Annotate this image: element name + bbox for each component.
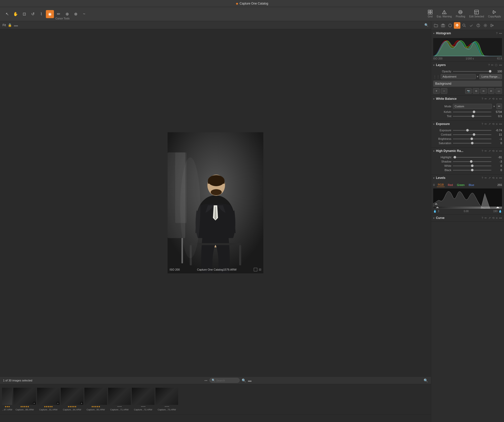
histogram-help-icon[interactable]: ? xyxy=(496,32,497,35)
hdr-edit-icon[interactable]: ✏ xyxy=(485,149,487,153)
histogram-header[interactable]: ▾ Histogram ? ••• xyxy=(431,30,504,37)
list-item[interactable]: ⚙ ★★★★★ Capture...94.ARW xyxy=(61,388,83,411)
wb-share-icon[interactable]: ↗ xyxy=(488,97,491,101)
layers-share-icon[interactable]: ⬡ xyxy=(495,63,497,67)
opacity-slider[interactable] xyxy=(453,71,491,72)
circle-tool-btn[interactable]: ◉ xyxy=(46,10,54,18)
adjustment-select[interactable]: Adjustment xyxy=(441,74,476,79)
exposure-header[interactable]: ▾ Exposure ? ✏ ↗ ⟲ ≡ ••• xyxy=(431,121,504,127)
wb-help-icon[interactable]: ? xyxy=(482,97,483,100)
curve-edit-icon[interactable]: ✏ xyxy=(485,216,487,220)
layers-more-icon[interactable]: ••• xyxy=(499,63,502,67)
levels-list-icon[interactable]: ≡ xyxy=(496,176,497,179)
brightness-slider[interactable] xyxy=(453,139,491,139)
contrast-thumb[interactable] xyxy=(473,133,475,136)
add-layer-btn[interactable]: + xyxy=(433,88,440,94)
zoom-bar[interactable]: ▬ xyxy=(14,23,18,27)
hdr-list-icon[interactable]: ≡ xyxy=(496,149,497,152)
tab-camera[interactable] xyxy=(440,22,446,29)
black-slider[interactable] xyxy=(453,170,491,171)
exposure-cycle-icon[interactable]: ⟲ xyxy=(492,122,494,126)
filmstrip-right-icon[interactable]: 🔍 xyxy=(424,378,428,382)
exposure-share-icon[interactable]: ↗ xyxy=(488,122,491,126)
levels-eyedropper-left-icon[interactable]: 💧 xyxy=(433,210,437,213)
hdr-share-icon[interactable]: ↗ xyxy=(488,149,491,153)
exposure-slider[interactable] xyxy=(453,130,491,131)
brightness-thumb[interactable] xyxy=(470,138,473,140)
clone-tool-btn[interactable]: ⊗ xyxy=(72,10,80,18)
hdr-cycle-icon[interactable]: ⟲ xyxy=(492,149,494,153)
white-thumb[interactable] xyxy=(471,165,474,167)
exposure-edit-icon[interactable]: ✏ xyxy=(485,122,487,126)
list-item[interactable]: ⚙ ★★★★★ Capture...88.ARW xyxy=(13,388,36,411)
pen-layer-btn[interactable]: ✏ xyxy=(480,88,487,94)
cursor-tool-btn[interactable]: ↖ xyxy=(3,10,11,18)
filmstrip-options-icon[interactable]: ••• xyxy=(204,379,207,382)
layers-edit-icon[interactable]: ✏ xyxy=(491,63,493,67)
white-slider[interactable] xyxy=(453,166,491,166)
photo-checkbox[interactable] xyxy=(254,268,257,271)
background-layer[interactable]: Background xyxy=(433,81,502,87)
tab-check[interactable] xyxy=(468,22,475,29)
hdr-help-icon[interactable]: ? xyxy=(482,149,483,152)
levels-tab-green[interactable]: Green xyxy=(456,183,466,187)
tab-circle[interactable] xyxy=(447,22,453,29)
wb-header[interactable]: ▾ White Balance ? ✏ ↗ ⟲ ≡ ••• xyxy=(431,95,504,102)
exposure-help-icon[interactable]: ? xyxy=(482,122,483,125)
rect-layer-btn[interactable]: ▭ xyxy=(495,88,502,94)
adjustment-drag-icon[interactable]: ⋮⋮ xyxy=(433,75,440,79)
exposure-thumb[interactable] xyxy=(466,129,469,132)
edit-selected-btn[interactable]: Edit Selected xyxy=(469,10,484,18)
levels-tab-blue[interactable]: Blue xyxy=(468,183,475,187)
shadow-thumb[interactable] xyxy=(470,160,472,163)
list-item[interactable]: ⚙ ★★★★★ Capture...91.ARW xyxy=(37,388,60,411)
tab-folder[interactable] xyxy=(433,22,439,29)
contrast-slider[interactable] xyxy=(453,134,491,135)
search-box[interactable]: 🔍 Search xyxy=(209,378,240,383)
curve-header[interactable]: ▾ Curve ? ✏ ↗ ⟲ ≡ ••• xyxy=(431,215,504,221)
levels-help-icon[interactable]: ? xyxy=(482,176,483,179)
filmstrip-sort-icon[interactable]: ▬ xyxy=(248,378,251,382)
tab-info[interactable] xyxy=(475,22,482,29)
hdr-more-icon[interactable]: ••• xyxy=(499,149,502,152)
list-item[interactable]: • • • • • Capture...72.ARW xyxy=(132,388,154,411)
curve-share-icon[interactable]: ↗ xyxy=(488,216,491,220)
photo-grid-icon[interactable]: ⊟ xyxy=(259,268,261,271)
levels-edit-icon[interactable]: ✏ xyxy=(485,176,487,180)
luma-range-btn[interactable]: Luma Range... xyxy=(479,74,502,79)
hand-tool-btn[interactable]: ✋ xyxy=(12,10,20,18)
cycle-layer-btn[interactable]: ⟲ xyxy=(473,88,479,94)
exposure-list-icon[interactable]: ≡ xyxy=(496,122,497,125)
wb-edit-icon[interactable]: ✏ xyxy=(485,97,487,101)
layers-header[interactable]: ▾ Layers ? ✏ ⬡ ••• xyxy=(431,62,504,68)
layers-help-icon[interactable]: ? xyxy=(488,63,490,67)
curve-more-icon[interactable]: ••• xyxy=(499,216,502,219)
heal-tool-btn[interactable]: ~ xyxy=(80,10,88,18)
pen2-layer-btn[interactable]: ✏ xyxy=(488,88,494,94)
exp-warning-btn[interactable]: Exp. Warning xyxy=(437,10,452,18)
curve-cycle-icon[interactable]: ⟲ xyxy=(492,216,494,220)
levels-cycle-icon[interactable]: ⟲ xyxy=(492,176,494,180)
highlight-slider[interactable] xyxy=(453,157,491,158)
histogram-more-icon[interactable]: ••• xyxy=(499,32,502,35)
tab-search[interactable] xyxy=(461,22,467,29)
grid-btn[interactable]: Grid xyxy=(428,10,433,18)
wb-list-icon[interactable]: ≡ xyxy=(496,97,497,100)
levels-header[interactable]: ▾ Levels ? ✏ ↗ ⟲ ≡ ••• xyxy=(431,175,504,181)
list-item[interactable]: ★★★ ...87.ARW xyxy=(2,388,12,411)
black-thumb[interactable] xyxy=(471,169,474,171)
saturation-slider[interactable] xyxy=(453,143,491,144)
hdr-header[interactable]: ▾ High Dynamic Ra... ? ✏ ↗ ⟲ ≡ ••• xyxy=(431,148,504,154)
rotate-tool-btn[interactable]: ↺ xyxy=(29,10,37,18)
levels-tab-rgb[interactable]: RGB xyxy=(437,183,445,187)
tint-slider[interactable] xyxy=(453,116,491,117)
list-item[interactable]: • • • • • Capture...71.ARW xyxy=(108,388,131,411)
wb-picker-btn[interactable]: ✏ xyxy=(496,104,502,109)
tab-exposure[interactable] xyxy=(454,22,460,29)
keystone-tool-btn[interactable]: ⌇ xyxy=(37,10,45,18)
curve-list-icon[interactable]: ≡ xyxy=(496,216,497,219)
curve-help-icon[interactable]: ? xyxy=(482,216,483,219)
spot-tool-btn[interactable]: ⊕ xyxy=(63,10,71,18)
levels-eyedropper-right-icon[interactable]: 💧 xyxy=(498,210,502,213)
tab-share[interactable] xyxy=(489,22,496,29)
